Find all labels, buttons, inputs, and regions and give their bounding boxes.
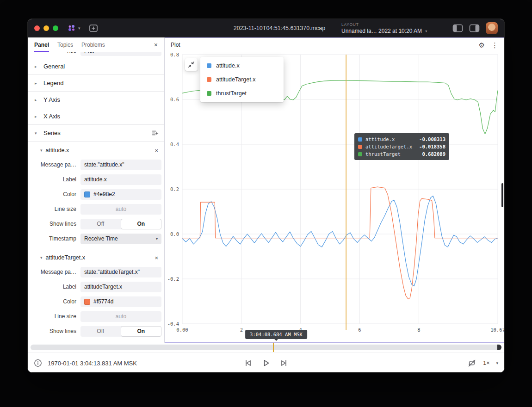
section-x-axis[interactable]: ▸ X Axis bbox=[28, 108, 164, 125]
layout-label: LAYOUT bbox=[341, 22, 427, 27]
legend-collapse-button[interactable] bbox=[185, 58, 198, 71]
title-field-row: Title Plot bbox=[28, 52, 164, 58]
line-size-input[interactable]: auto bbox=[80, 311, 161, 322]
line-size-input[interactable]: auto bbox=[80, 204, 161, 215]
series-header-attitude-target-x[interactable]: ▾ attitudeTarget.x × bbox=[28, 251, 164, 265]
tooltip-series-label: attitudeTarget.x bbox=[365, 144, 412, 149]
tooltip-series-label: thrustTarget bbox=[365, 151, 401, 157]
x-tick-label: 6 bbox=[358, 327, 361, 333]
section-series[interactable]: ▾ Series bbox=[28, 125, 164, 142]
tooltip-series-label: attitude.x bbox=[365, 136, 395, 142]
tab-topics[interactable]: Topics bbox=[57, 37, 73, 52]
label-field-label: Label bbox=[28, 284, 80, 290]
section-general[interactable]: ▸ General bbox=[28, 58, 164, 75]
color-input[interactable]: #4e98e2 bbox=[80, 189, 161, 200]
right-sidebar-toggle-icon[interactable] bbox=[469, 24, 480, 32]
collapsed-caret-icon: ▸ bbox=[35, 114, 39, 119]
section-x-axis-label: X Axis bbox=[43, 113, 60, 120]
layout-chevron-icon: ▾ bbox=[425, 29, 427, 33]
settings-gear-icon[interactable]: ⚙ bbox=[479, 42, 485, 49]
remove-series-icon[interactable]: × bbox=[155, 254, 158, 261]
foxglove-logo-icon[interactable] bbox=[68, 25, 76, 32]
series-header-attitude-x[interactable]: ▾ attitude.x × bbox=[28, 143, 164, 157]
legend-item[interactable]: attitude.x bbox=[200, 59, 284, 73]
legend-item-label: attitude.x bbox=[216, 62, 240, 69]
plot-panel[interactable]: Plot ⚙ ⋮ 0.80.60.40.20.0-0.2-0.40.002468… bbox=[165, 37, 504, 343]
add-panel-icon[interactable] bbox=[89, 24, 98, 32]
close-sidebar-icon[interactable]: × bbox=[154, 41, 158, 49]
plot-panel-title: Plot bbox=[171, 42, 180, 48]
minimize-window-button[interactable] bbox=[43, 25, 49, 31]
legend-item[interactable]: thrustTarget bbox=[200, 86, 284, 100]
left-sidebar-toggle-icon[interactable] bbox=[452, 24, 463, 32]
tab-problems[interactable]: Problems bbox=[81, 37, 105, 52]
layout-name: Unnamed la… 2022 at 10:20 AM bbox=[341, 28, 422, 34]
scrubber-hover-tooltip: 3:04:08.684 AM MSK bbox=[245, 330, 307, 339]
titlebar-left: ▾ bbox=[34, 19, 98, 37]
y-tick-label: 0.6 bbox=[170, 97, 179, 102]
legend-swatch bbox=[207, 91, 211, 96]
current-timestamp: 1970-01-01 3:04:13.831 AM MSK bbox=[48, 360, 137, 367]
tab-panel[interactable]: Panel bbox=[34, 37, 49, 52]
window-title: 2023-11-10T04:51:45.631370.mcap bbox=[226, 19, 333, 37]
play-button[interactable] bbox=[261, 358, 271, 368]
plot-panel-header: Plot ⚙ ⋮ bbox=[165, 37, 504, 52]
section-legend[interactable]: ▸ Legend bbox=[28, 75, 164, 92]
show-lines-off-button[interactable]: Off bbox=[80, 326, 121, 337]
add-series-icon[interactable] bbox=[151, 130, 159, 136]
collapse-arrows-icon bbox=[188, 61, 195, 68]
app-menu-chevron-icon[interactable]: ▾ bbox=[78, 26, 80, 31]
info-icon[interactable] bbox=[34, 359, 42, 367]
series-name: attitudeTarget.x bbox=[46, 254, 85, 261]
title-input[interactable]: Plot bbox=[80, 52, 161, 56]
show-lines-toggle: Off On bbox=[80, 326, 161, 337]
show-lines-on-button[interactable]: On bbox=[121, 219, 162, 229]
color-swatch bbox=[84, 299, 90, 305]
message-path-label: Message pa… bbox=[28, 161, 80, 168]
scrubber-end-cap bbox=[497, 345, 501, 350]
color-row: Color #f5774d bbox=[28, 294, 164, 309]
color-swatch bbox=[84, 191, 90, 197]
x-tick-label: 2 bbox=[240, 327, 243, 333]
section-general-label: General bbox=[43, 63, 65, 70]
avatar[interactable] bbox=[486, 22, 498, 34]
label-input[interactable]: attitudeTarget.x bbox=[80, 282, 161, 292]
message-path-label: Message pa… bbox=[28, 269, 80, 275]
speed-chevron-icon[interactable]: ▾ bbox=[496, 361, 498, 365]
loop-off-icon[interactable] bbox=[467, 358, 476, 368]
playhead-marker[interactable] bbox=[273, 342, 274, 352]
y-tick-label: 0.4 bbox=[170, 142, 179, 147]
more-options-icon[interactable]: ⋮ bbox=[491, 42, 498, 49]
legend-item-label: thrustTarget bbox=[216, 90, 247, 97]
close-window-button[interactable] bbox=[34, 25, 40, 31]
main-content: Panel Topics Problems × Title Plot ▸ Gen… bbox=[28, 37, 504, 343]
color-hex: #4e98e2 bbox=[93, 191, 115, 197]
line-size-label: Line size bbox=[28, 313, 80, 320]
show-lines-on-button[interactable]: On bbox=[121, 326, 162, 337]
show-lines-label: Show lines bbox=[28, 328, 80, 334]
legend-swatch bbox=[207, 77, 211, 82]
message-path-input[interactable]: state."attitudeTarget.x" bbox=[80, 267, 161, 278]
zoom-window-button[interactable] bbox=[53, 25, 58, 31]
seek-backward-button[interactable] bbox=[243, 358, 253, 368]
timestamp-select[interactable]: Receive Time ▾ bbox=[80, 234, 161, 244]
color-input[interactable]: #f5774d bbox=[80, 296, 161, 307]
scrollbar-thumb[interactable] bbox=[501, 183, 503, 207]
label-input[interactable]: attitude.x bbox=[80, 174, 161, 185]
section-y-axis[interactable]: ▸ Y Axis bbox=[28, 92, 164, 108]
playback-speed[interactable]: 1× bbox=[483, 360, 489, 366]
panel-settings: Title Plot ▸ General ▸ Legend ▸ Y Axis ▸ bbox=[28, 52, 164, 343]
layout-selector[interactable]: LAYOUT Unnamed la… 2022 at 10:20 AM ▾ bbox=[341, 22, 427, 34]
legend-item[interactable]: attitudeTarget.x bbox=[200, 73, 284, 86]
titlebar-right bbox=[452, 19, 498, 37]
remove-series-icon[interactable]: × bbox=[155, 147, 158, 154]
y-tick-label: -0.4 bbox=[167, 321, 179, 327]
seek-forward-button[interactable] bbox=[279, 358, 289, 368]
message-path-input[interactable]: state."attitude.x" bbox=[80, 160, 161, 170]
message-path-row: Message pa… state."attitudeTarget.x" bbox=[28, 265, 164, 279]
show-lines-off-button[interactable]: Off bbox=[80, 219, 121, 229]
chart-hover-tooltip: attitude.x -0.008313 attitudeTarget.x -0… bbox=[354, 133, 449, 160]
y-tick-label: 0.0 bbox=[170, 231, 179, 237]
expanded-caret-icon: ▾ bbox=[40, 255, 43, 260]
scrubber-track[interactable] bbox=[31, 345, 501, 350]
